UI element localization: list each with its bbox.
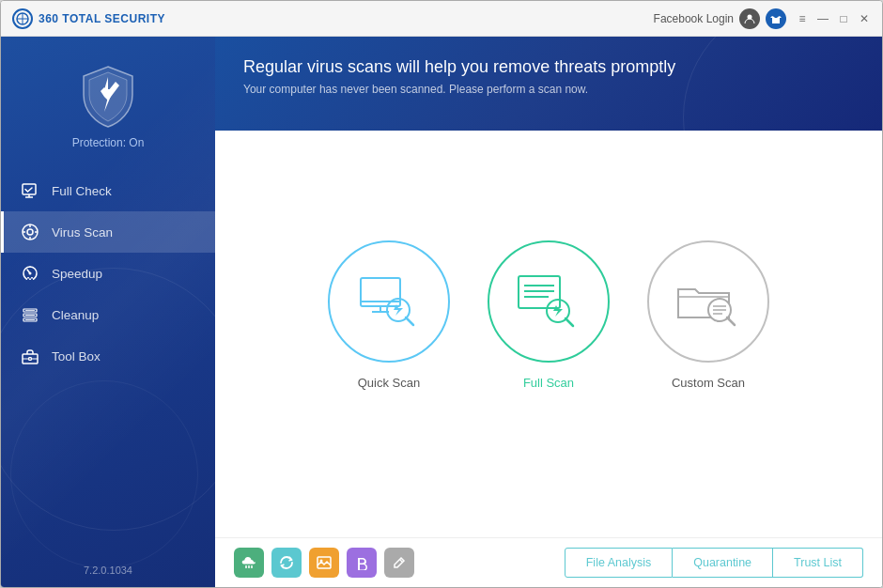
toolbox-label: Tool Box <box>52 349 101 364</box>
window-controls: ≡ — □ ✕ <box>796 12 871 25</box>
banner-subtitle: Your computer has never been scanned. Pl… <box>243 83 854 96</box>
full-check-label: Full Check <box>52 184 112 198</box>
shield-icon <box>75 63 141 129</box>
full-scan-option[interactable]: Full Scan <box>488 240 610 390</box>
sidebar-item-virus-scan[interactable]: Virus Scan <box>1 211 215 253</box>
virus-scan-icon <box>20 222 40 242</box>
facebook-login-btn[interactable]: Facebook Login <box>654 8 786 29</box>
speedup-label: Speedup <box>52 267 102 281</box>
close-button[interactable]: ✕ <box>858 12 871 25</box>
svg-line-37 <box>727 317 735 325</box>
app-title: 360 TOTAL SECURITY <box>39 12 165 25</box>
maximize-button[interactable]: □ <box>837 12 850 25</box>
shield-container: Protection: On <box>72 63 145 149</box>
edit-tool-btn[interactable] <box>384 548 414 578</box>
virus-scan-label: Virus Scan <box>52 225 113 240</box>
right-panel: Regular virus scans will help you remove… <box>215 37 882 587</box>
custom-scan-label: Custom Scan <box>672 376 745 390</box>
sidebar-version: 7.2.0.1034 <box>84 565 132 587</box>
title-bar-left: 360 TOTAL SECURITY <box>12 8 165 29</box>
custom-scan-circle[interactable] <box>647 240 769 363</box>
sidebar-item-toolbox[interactable]: Tool Box <box>1 335 215 377</box>
avatar-icon <box>766 8 786 29</box>
refresh-tool-btn[interactable] <box>271 548 302 578</box>
scan-options: Quick Scan <box>328 240 769 390</box>
bottom-actions: File Analysis Quarantine Trust List <box>565 548 863 578</box>
full-scan-label: Full Scan <box>523 376 574 390</box>
svg-line-34 <box>565 318 573 326</box>
sidebar-deco2 <box>10 380 198 568</box>
svg-line-28 <box>406 317 413 325</box>
sidebar-item-speedup[interactable]: Speedup <box>1 253 215 294</box>
sidebar: Protection: On Full Check <box>1 37 215 587</box>
quick-scan-circle[interactable] <box>328 240 450 363</box>
nav-items: Full Check Virus Scan <box>1 170 215 377</box>
title-bar: 360 TOTAL SECURITY Facebook Login <box>1 1 882 37</box>
bottom-bar: File Analysis Quarantine Trust List <box>215 537 882 587</box>
image-tool-btn[interactable] <box>309 548 339 578</box>
protection-status: Protection: On <box>72 136 145 149</box>
sidebar-item-full-check[interactable]: Full Check <box>1 170 215 211</box>
full-check-icon <box>20 180 40 201</box>
toolbox-icon <box>20 346 40 366</box>
banner-title: Regular virus scans will help you remove… <box>243 57 854 77</box>
facebook-login-label: Facebook Login <box>654 12 734 25</box>
bold-tool-btn[interactable] <box>347 548 377 578</box>
trust-list-button[interactable]: Trust List <box>773 548 863 578</box>
main-content: Protection: On Full Check <box>1 37 882 587</box>
user-icon <box>739 8 760 29</box>
app-window: 360 TOTAL SECURITY Facebook Login <box>0 0 883 588</box>
cloud-tool-btn[interactable] <box>234 548 264 578</box>
speedup-icon <box>20 263 40 284</box>
app-logo: 360 TOTAL SECURITY <box>12 8 165 29</box>
scan-area: Quick Scan <box>215 131 882 537</box>
title-bar-right: Facebook Login ≡ — □ ✕ <box>654 8 871 29</box>
full-scan-circle[interactable] <box>488 240 610 363</box>
cleanup-label: Cleanup <box>52 308 99 322</box>
cleanup-icon <box>20 304 40 325</box>
quick-scan-label: Quick Scan <box>358 376 420 390</box>
sidebar-item-cleanup[interactable]: Cleanup <box>1 294 215 335</box>
minimize-button[interactable]: — <box>816 12 829 25</box>
menu-icon[interactable]: ≡ <box>796 12 809 25</box>
file-analysis-button[interactable]: File Analysis <box>565 548 673 578</box>
svg-point-13 <box>29 272 32 275</box>
quick-scan-option[interactable]: Quick Scan <box>328 240 450 390</box>
svg-point-8 <box>27 229 33 235</box>
banner: Regular virus scans will help you remove… <box>215 37 882 131</box>
svg-rect-4 <box>23 184 36 194</box>
custom-scan-option[interactable]: Custom Scan <box>647 240 769 390</box>
quarantine-button[interactable]: Quarantine <box>673 548 773 578</box>
logo-icon <box>12 8 33 29</box>
